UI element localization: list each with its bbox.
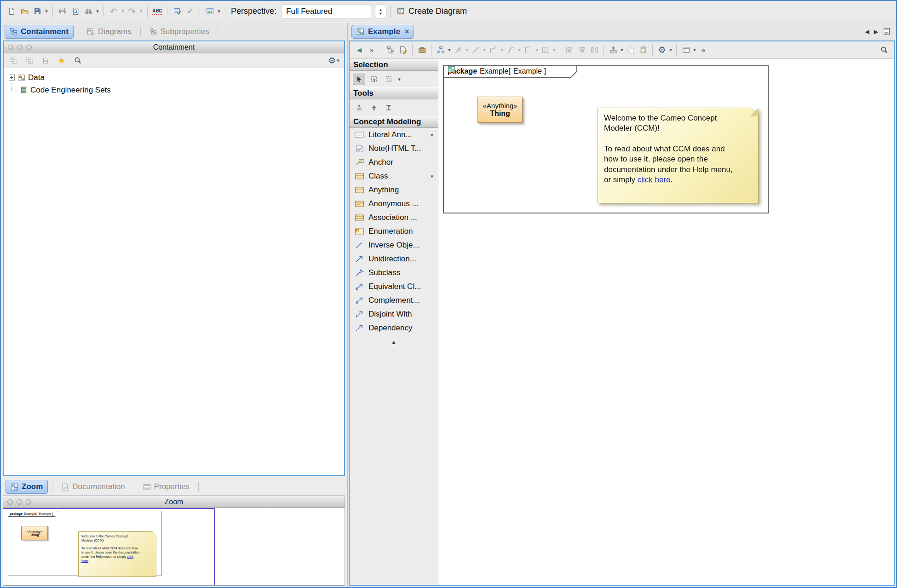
expand-all-button[interactable] <box>23 54 35 67</box>
align-center-button[interactable] <box>576 44 588 57</box>
redo-button[interactable]: ↷ <box>126 5 138 18</box>
toolbar-overflow-button[interactable]: » <box>697 44 709 57</box>
publish-button[interactable] <box>607 44 619 57</box>
select-cursor-button[interactable] <box>353 74 365 85</box>
collapse-all-button[interactable] <box>7 54 19 67</box>
save-dropdown-caret-icon[interactable]: ▾ <box>44 8 49 14</box>
publish-caret-icon[interactable]: ▾ <box>620 47 624 53</box>
containment-tree[interactable]: Data Code Engineering Sets <box>4 68 344 475</box>
panel-maximize-icon[interactable] <box>26 45 32 50</box>
panel-minimize-icon[interactable] <box>17 499 22 505</box>
quick-add-caret-icon[interactable]: ▾ <box>465 47 469 53</box>
palette-item-dependency[interactable]: Dependency <box>350 321 438 335</box>
commit-check-button[interactable]: ✓ <box>184 5 196 18</box>
diagram-options-caret-icon[interactable]: ▾ <box>668 47 673 53</box>
marquee-select-button[interactable] <box>368 74 380 85</box>
quick-add-button[interactable] <box>452 44 464 57</box>
tab-containment[interactable]: Containment <box>5 25 74 39</box>
save-button[interactable] <box>31 5 43 18</box>
anything-thing-element[interactable]: «Anything» Thing <box>477 97 523 123</box>
redo-dropdown-caret-icon[interactable]: ▾ <box>139 8 144 14</box>
layout-caret-icon[interactable]: ▾ <box>447 47 452 53</box>
tree-search-button[interactable] <box>72 54 84 67</box>
tools-section-header[interactable]: Tools <box>350 87 438 99</box>
tab-documentation[interactable]: Documentation <box>57 480 129 493</box>
line-rectilinear-caret-icon[interactable]: ▾ <box>500 47 504 53</box>
find-dropdown-caret-icon[interactable]: ▾ <box>95 8 100 14</box>
line-curved-button[interactable] <box>505 44 517 57</box>
image-dropdown-caret-icon[interactable]: ▾ <box>217 8 221 14</box>
palette-item-unidirectional-association[interactable]: Unidirection... <box>350 252 438 266</box>
print-button[interactable] <box>57 5 69 18</box>
diagram-properties-button[interactable] <box>397 44 409 57</box>
align-left-button[interactable] <box>564 44 575 57</box>
resize-tool-button[interactable] <box>382 102 395 114</box>
tab-list-icon[interactable] <box>883 28 891 35</box>
selection-caret-icon[interactable]: ▾ <box>397 76 402 82</box>
open-file-button[interactable] <box>18 5 30 18</box>
line-oblique-button[interactable] <box>470 44 482 57</box>
perspective-select[interactable]: Full Featured <box>281 5 371 18</box>
welcome-note[interactable]: Welcome to the Cameo Concept Modeler (CC… <box>598 108 759 203</box>
palette-item-class[interactable]: Class ▾ <box>350 169 438 183</box>
diagram-options-button[interactable]: ⚙ <box>656 44 668 57</box>
window-layout-button[interactable] <box>680 44 692 57</box>
tree-row-code-engineering[interactable]: Code Engineering Sets <box>6 84 341 96</box>
palette-item-enumeration[interactable]: Enumeration <box>350 225 438 238</box>
tab-zoom[interactable]: Zoom <box>6 480 48 494</box>
zoom-viewport-rectangle[interactable] <box>3 508 215 585</box>
tree-row-data[interactable]: Data <box>6 71 341 84</box>
paste-button[interactable] <box>637 44 649 57</box>
distribute-button[interactable] <box>588 44 600 57</box>
palette-item-association-class[interactable]: Association ... <box>350 211 438 225</box>
path-corner-button[interactable] <box>522 44 534 57</box>
palette-item-anonymous-class[interactable]: Anonymous ... <box>350 197 438 211</box>
zoom-panel-header[interactable]: Zoom <box>3 496 345 508</box>
new-file-button[interactable] <box>6 5 17 18</box>
show-containment-button[interactable] <box>385 44 397 57</box>
click-here-link[interactable]: click here <box>638 175 671 184</box>
panel-minimize-icon[interactable] <box>17 45 23 50</box>
panel-close-icon[interactable] <box>8 45 13 50</box>
spell-check-button[interactable]: ABC <box>151 5 163 18</box>
palette-item-caret-icon[interactable]: ▾ <box>430 132 434 138</box>
favorites-button[interactable]: ★ <box>56 54 68 67</box>
open-specification-button[interactable] <box>40 54 52 67</box>
layout-hierarchy-button[interactable] <box>435 44 447 57</box>
selection-section-header[interactable]: Selection <box>350 59 438 71</box>
palette-item-disjoint-with[interactable]: Disjoint With <box>350 307 438 321</box>
path-corner-caret-icon[interactable]: ▾ <box>535 47 539 53</box>
related-elements-button[interactable] <box>416 44 428 57</box>
validate-button[interactable] <box>171 5 183 18</box>
undo-dropdown-caret-icon[interactable]: ▾ <box>121 8 125 14</box>
palette-item-subclass[interactable]: Subclass <box>350 266 438 280</box>
package-diagram-frame[interactable]: package Example[ Example ] «Anything» Th… <box>443 65 769 213</box>
line-oblique-caret-icon[interactable]: ▾ <box>482 47 487 53</box>
stamp-tool-button[interactable] <box>353 102 365 114</box>
distribute-vertical-tool-button[interactable] <box>368 102 380 114</box>
tab-example-diagram[interactable]: Example × <box>351 25 414 39</box>
print-preview-button[interactable] <box>69 5 81 18</box>
zoom-preview[interactable]: package Example[ Example ] «Anything» Th… <box>3 508 345 585</box>
next-tab-icon[interactable]: ▶ <box>874 29 878 35</box>
navigate-back-button[interactable]: ◀ <box>353 44 365 57</box>
diagram-canvas[interactable]: package Example[ Example ] «Anything» Th… <box>438 59 894 585</box>
perspective-stepper[interactable]: ▴ ▾ <box>375 5 386 18</box>
tab-diagrams[interactable]: Diagrams <box>82 25 136 38</box>
window-layout-caret-icon[interactable]: ▾ <box>692 47 697 53</box>
tab-close-icon[interactable]: × <box>405 28 409 36</box>
create-diagram-button[interactable]: Create Diagram <box>394 6 470 16</box>
concept-modeling-section-header[interactable]: Concept Modeling <box>350 116 438 128</box>
undo-button[interactable]: ↶ <box>108 5 120 18</box>
toolbar-more-button[interactable]: » <box>366 44 378 57</box>
find-button[interactable] <box>82 5 94 18</box>
tab-properties[interactable]: Properties <box>138 480 194 493</box>
palette-item-complement-of[interactable]: Complement... <box>350 294 438 307</box>
swimlane-button[interactable] <box>540 44 552 57</box>
panel-maximize-icon[interactable] <box>26 499 31 505</box>
swimlane-caret-icon[interactable]: ▾ <box>552 47 557 53</box>
palette-scroll-up-button[interactable]: ▲ <box>350 335 438 346</box>
group-select-button[interactable] <box>382 74 395 85</box>
containment-panel-header[interactable]: Containment <box>4 41 344 53</box>
palette-item-anything[interactable]: Anything <box>350 183 438 197</box>
